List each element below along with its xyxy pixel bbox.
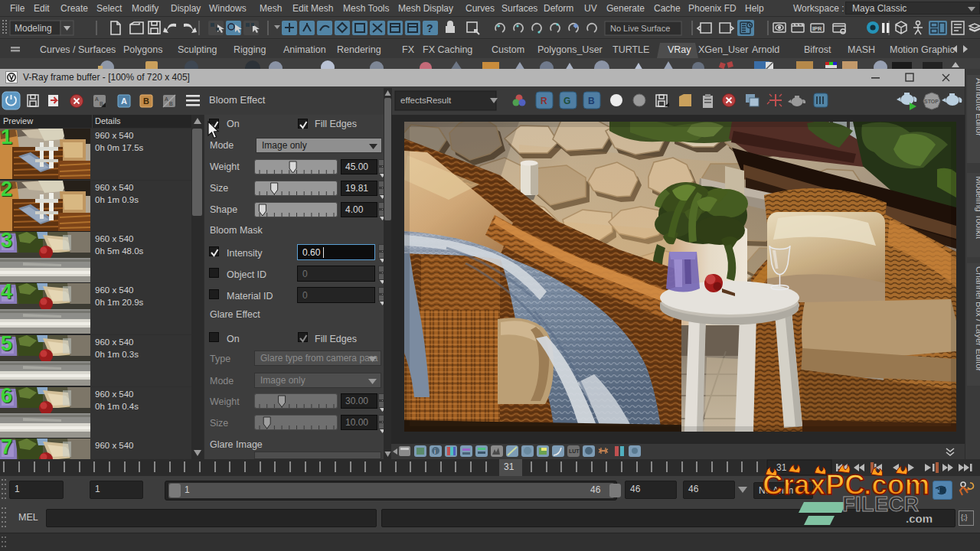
svg-text:A: A: [121, 96, 127, 106]
svg-text:Rigging: Rigging: [234, 44, 266, 55]
svg-text:Channel Box / Layer Editor: Channel Box / Layer Editor: [975, 266, 980, 372]
svg-text:B: B: [169, 101, 173, 106]
svg-text:Animation: Animation: [283, 44, 326, 55]
svg-text:XGen_User: XGen_User: [698, 44, 748, 55]
svg-text:Arnold: Arnold: [752, 44, 779, 55]
svg-text:Sculpting: Sculpting: [178, 44, 217, 55]
svg-text:R: R: [541, 96, 547, 106]
svg-text:Polygons_User: Polygons_User: [537, 44, 603, 55]
svg-text:LUT: LUT: [569, 448, 580, 454]
svg-text:31: 31: [504, 461, 514, 472]
svg-text:31: 31: [776, 462, 787, 473]
svg-text:Rendering: Rendering: [337, 44, 381, 55]
svg-text:A: A: [95, 96, 99, 102]
svg-text:STOP: STOP: [924, 99, 939, 104]
svg-text:Bloom Effect: Bloom Effect: [209, 94, 266, 106]
svg-text:FX: FX: [402, 44, 415, 55]
svg-text:Bifrost: Bifrost: [804, 44, 831, 55]
svg-text:VRay: VRay: [668, 44, 691, 55]
svg-text:IPR: IPR: [812, 25, 822, 32]
svg-text:B: B: [588, 96, 595, 106]
svg-text:MASH: MASH: [848, 44, 875, 55]
svg-text:TURTLE: TURTLE: [612, 44, 649, 55]
svg-text:Modeling: Modeling: [15, 23, 52, 34]
svg-text:Custom: Custom: [492, 44, 524, 55]
svg-text:Curves / Surfaces: Curves / Surfaces: [40, 44, 116, 55]
svg-text:Attribute Editor: Attribute Editor: [975, 78, 980, 136]
svg-text:effectsResult: effectsResult: [400, 96, 452, 105]
svg-text:Modeling Toolkit: Modeling Toolkit: [975, 176, 980, 240]
svg-text:A: A: [165, 96, 168, 102]
svg-text:Polygons: Polygons: [123, 44, 162, 55]
svg-text:Motion Graphic: Motion Graphic: [890, 44, 955, 55]
svg-text:FX Caching: FX Caching: [423, 44, 472, 55]
svg-text:B: B: [143, 96, 149, 106]
svg-text:?: ?: [426, 22, 433, 34]
svg-text:i: i: [434, 448, 436, 455]
svg-text:No Live Surface: No Live Surface: [610, 24, 670, 33]
svg-text:G: G: [564, 96, 570, 106]
